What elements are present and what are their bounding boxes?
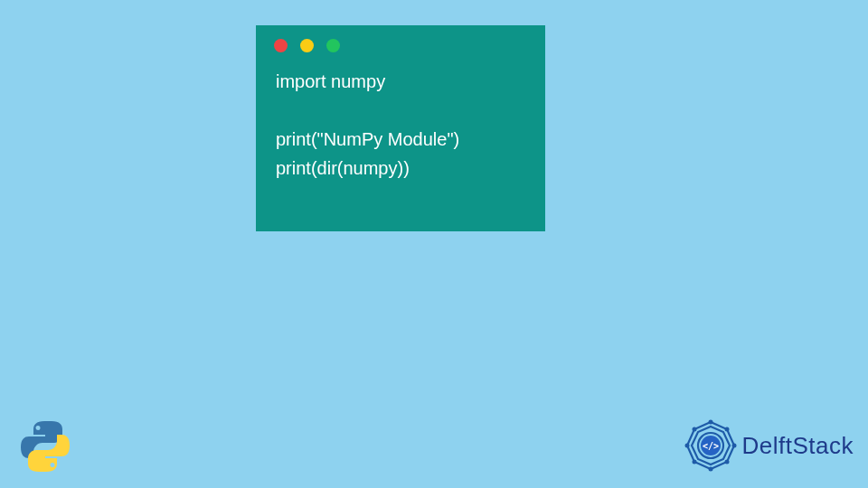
python-logo-icon [16,418,74,475]
maximize-dot-icon [326,39,340,52]
svg-point-12 [692,427,696,432]
svg-point-8 [724,460,729,465]
minimize-dot-icon [300,39,314,52]
code-window: import numpy print("NumPy Module") print… [256,25,545,231]
svg-point-10 [692,460,696,465]
brand-name: DelftStack [742,432,854,460]
close-dot-icon [274,39,288,52]
code-line: print("NumPy Module") [276,129,459,149]
window-traffic-lights [256,25,545,54]
svg-point-11 [684,444,689,448]
delftstack-branding: </> DelftStack [684,419,854,472]
svg-text:</>: </> [702,441,718,451]
code-block: import numpy print("NumPy Module") print… [256,54,545,195]
svg-point-5 [708,420,712,425]
delftstack-logo-icon: </> [684,419,737,472]
svg-point-6 [724,427,729,432]
svg-point-7 [731,444,736,448]
code-line: print(dir(numpy)) [276,158,410,178]
code-line: import numpy [276,71,385,91]
svg-point-9 [708,467,712,472]
